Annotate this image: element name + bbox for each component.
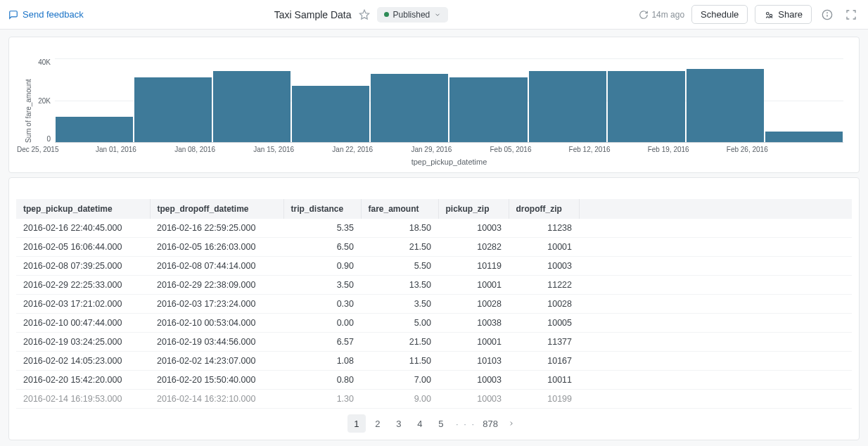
table-cell: 2016-02-19 03:24:25.000 xyxy=(16,333,150,352)
table-cell: 10038 xyxy=(438,314,509,333)
table-cell: 11222 xyxy=(509,276,579,295)
table-cell: 10003 xyxy=(509,257,579,276)
table-cell: 1.30 xyxy=(283,390,361,409)
send-feedback-link[interactable]: Send feedback xyxy=(8,9,84,20)
table-cell: 0.80 xyxy=(283,371,361,390)
table-row[interactable]: 2016-02-20 15:42:20.0002016-02-20 15:50:… xyxy=(16,371,852,390)
table-cell: 10167 xyxy=(509,352,579,371)
table-cell-empty xyxy=(579,314,852,333)
pagination: 1 2 3 4 5 · · · 878 xyxy=(16,414,852,433)
share-button[interactable]: Share xyxy=(755,5,812,24)
page-next-button[interactable] xyxy=(502,414,521,433)
chart-card: Sum of fare_amount 40K 20K 0 Dec 25, 201… xyxy=(8,37,860,173)
table-cell: 10011 xyxy=(509,371,579,390)
x-tick: Dec 25, 2015 xyxy=(15,146,94,153)
svg-point-1 xyxy=(767,12,770,15)
table-cell: 2016-02-02 14:23:07.000 xyxy=(150,352,283,371)
y-tick: 0 xyxy=(35,135,51,143)
x-tick: Feb 19, 2016 xyxy=(646,146,725,153)
svg-point-5 xyxy=(827,13,828,13)
table-cell: 2016-02-20 15:50:40.000 xyxy=(150,371,283,390)
table-row[interactable]: 2016-02-08 07:39:25.0002016-02-08 07:44:… xyxy=(16,257,852,276)
table-row[interactable]: 2016-02-05 16:06:44.0002016-02-05 16:26:… xyxy=(16,238,852,257)
info-icon[interactable] xyxy=(819,6,836,23)
x-tick: Jan 15, 2016 xyxy=(252,146,331,153)
top-center: Taxi Sample Data Published xyxy=(84,7,639,23)
chart-bar[interactable] xyxy=(687,69,764,142)
table-cell: 3.50 xyxy=(283,276,361,295)
chart-bar[interactable] xyxy=(529,71,606,142)
schedule-button[interactable]: Schedule xyxy=(691,5,748,24)
column-header[interactable]: trip_distance xyxy=(283,199,361,219)
fullscreen-icon[interactable] xyxy=(843,6,860,23)
chart-bar[interactable] xyxy=(134,77,212,142)
table-row[interactable]: 2016-02-03 17:21:02.0002016-02-03 17:23:… xyxy=(16,295,852,314)
table-cell: 10282 xyxy=(438,238,509,257)
table-row[interactable]: 2016-02-29 22:25:33.0002016-02-29 22:38:… xyxy=(16,276,852,295)
refresh-label: 14m ago xyxy=(651,10,684,20)
column-header[interactable]: dropoff_zip xyxy=(509,199,579,219)
table-row[interactable]: 2016-02-02 14:05:23.0002016-02-02 14:23:… xyxy=(16,352,852,371)
chart-bar[interactable] xyxy=(371,74,448,142)
page-button[interactable]: 5 xyxy=(432,414,450,433)
table-cell: 10028 xyxy=(438,295,509,314)
x-tick: Feb 12, 2016 xyxy=(568,146,646,153)
chart-bar[interactable] xyxy=(213,71,291,142)
table-row[interactable]: 2016-02-16 22:40:45.0002016-02-16 22:59:… xyxy=(16,219,852,238)
table-cell: 0.30 xyxy=(283,295,361,314)
table-cell-empty xyxy=(579,371,852,390)
table-cell: 11377 xyxy=(509,333,579,352)
table-cell: 2016-02-08 07:39:25.000 xyxy=(16,257,150,276)
refresh-indicator[interactable]: 14m ago xyxy=(639,10,684,20)
x-tick: Jan 22, 2016 xyxy=(331,146,409,153)
table-cell: 7.00 xyxy=(361,371,438,390)
table-cell: 10005 xyxy=(509,314,579,333)
page-button-last[interactable]: 878 xyxy=(481,414,499,433)
table-cell: 2016-02-05 16:06:44.000 xyxy=(16,238,150,257)
column-header[interactable]: pickup_zip xyxy=(438,199,509,219)
schedule-label: Schedule xyxy=(701,9,739,20)
table-cell: 2016-02-14 16:19:53.000 xyxy=(16,390,150,409)
table-cell: 2016-02-14 16:32:10.000 xyxy=(150,390,283,409)
table-cell-empty xyxy=(579,219,852,238)
star-icon[interactable] xyxy=(359,9,370,20)
column-header[interactable]: tpep_dropoff_datetime xyxy=(150,199,283,219)
table-row[interactable]: 2016-02-10 00:47:44.0002016-02-10 00:53:… xyxy=(16,314,852,333)
page-title: Taxi Sample Data xyxy=(274,9,352,20)
chart-bar[interactable] xyxy=(449,77,527,142)
data-table: tpep_pickup_datetime tpep_dropoff_dateti… xyxy=(16,199,852,409)
top-right: 14m ago Schedule Share xyxy=(639,5,860,24)
top-bar: Send feedback Taxi Sample Data Published… xyxy=(0,0,868,30)
svg-marker-0 xyxy=(359,10,369,19)
status-dropdown[interactable]: Published xyxy=(377,7,449,23)
table-cell: 10003 xyxy=(438,371,509,390)
chart-bar[interactable] xyxy=(765,132,843,142)
x-tick: Jan 01, 2016 xyxy=(94,146,173,153)
table-cell: 1.08 xyxy=(283,352,361,371)
chart-bar[interactable] xyxy=(292,86,369,142)
table-cell-empty xyxy=(579,295,852,314)
page-button[interactable]: 2 xyxy=(369,414,387,433)
chart-bar[interactable] xyxy=(608,71,685,142)
y-tick: 20K xyxy=(35,97,51,105)
x-tick: Feb 26, 2016 xyxy=(725,146,804,153)
page-button[interactable]: 3 xyxy=(390,414,408,433)
table-cell: 11238 xyxy=(509,219,579,238)
table-cell: 2016-02-02 14:05:23.000 xyxy=(16,352,150,371)
column-header[interactable]: fare_amount xyxy=(361,199,438,219)
x-tick: Jan 08, 2016 xyxy=(173,146,252,153)
table-cell: 9.00 xyxy=(361,390,438,409)
table-row[interactable]: 2016-02-14 16:19:53.0002016-02-14 16:32:… xyxy=(16,390,852,409)
table-row[interactable]: 2016-02-19 03:24:25.0002016-02-19 03:44:… xyxy=(16,333,852,352)
page-button[interactable]: 4 xyxy=(411,414,429,433)
page-ellipsis: · · · xyxy=(453,419,478,429)
table-body: 2016-02-16 22:40:45.0002016-02-16 22:59:… xyxy=(16,219,852,409)
column-header[interactable]: tpep_pickup_datetime xyxy=(16,199,150,219)
page-button[interactable]: 1 xyxy=(347,414,366,433)
table-cell: 21.50 xyxy=(361,238,438,257)
plot-inner xyxy=(55,58,843,143)
table-cell-empty xyxy=(579,352,852,371)
plot: Dec 25, 2015Jan 01, 2016Jan 08, 2016Jan … xyxy=(55,58,843,164)
table-cell: 2016-02-29 22:25:33.000 xyxy=(16,276,150,295)
chart-bar[interactable] xyxy=(56,117,133,142)
